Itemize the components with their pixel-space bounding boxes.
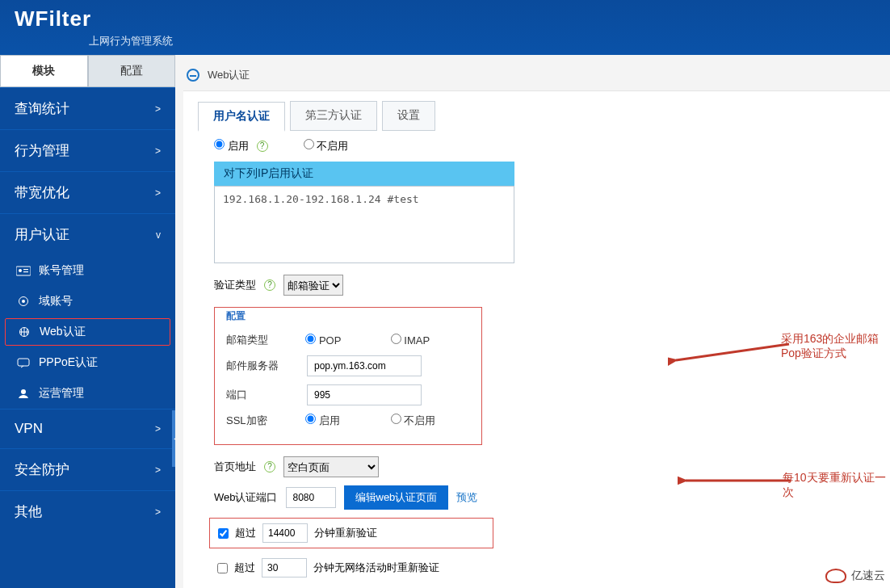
port-input[interactable] (307, 384, 422, 405)
idle-prefix: 超过 (234, 561, 255, 575)
arrow-annotation-2 (678, 471, 799, 490)
svg-rect-7 (18, 359, 29, 366)
arrow-annotation-1 (668, 338, 797, 370)
id-card-icon (16, 265, 31, 276)
auth-type-select[interactable]: 邮箱验证 (283, 275, 343, 296)
sidebar: 模块 配置 查询统计> 行为管理> 带宽优化> 用户认证v 账号管理 域账号 W… (0, 55, 175, 588)
watermark: 亿速云 (825, 569, 885, 583)
svg-rect-2 (23, 269, 28, 270)
radio-ssl-off[interactable]: 不启用 (391, 414, 470, 428)
svg-line-10 (676, 344, 789, 360)
radio-ssl-on[interactable]: 启用 (305, 414, 384, 428)
tab-thirdparty-auth[interactable]: 第三方认证 (290, 101, 377, 131)
tab-settings[interactable]: 设置 (382, 101, 435, 131)
auth-type-label: 验证类型 (214, 278, 256, 292)
ip-range-textarea[interactable] (214, 186, 514, 263)
radio-imap[interactable]: IMAP (391, 334, 470, 346)
globe-icon (187, 69, 199, 82)
homepage-label: 首页地址 (214, 460, 256, 474)
brand-name: WFilter (15, 6, 875, 32)
user-icon (16, 388, 31, 399)
port-label: 端口 (226, 388, 307, 402)
nav-userauth[interactable]: 用户认证v (0, 214, 175, 255)
sidebar-item-account[interactable]: 账号管理 (0, 255, 175, 286)
sidebar-item-label: Web认证 (40, 325, 86, 339)
idle-reauth-row: 超过 分钟无网络活动时重新验证 (217, 553, 875, 578)
sidebar-item-label: 账号管理 (39, 263, 84, 278)
mailtype-label: 邮箱类型 (226, 333, 305, 347)
nav-vpn[interactable]: VPN> (0, 410, 175, 448)
ip-section-header: 对下列IP启用认证 (214, 162, 514, 186)
webport-label: Web认证端口 (214, 490, 278, 505)
idle-reauth-checkbox[interactable] (217, 563, 228, 573)
sidebar-item-label: PPPoE认证 (39, 355, 98, 370)
nav-behavior[interactable]: 行为管理> (0, 130, 175, 171)
watermark-text: 亿速云 (851, 569, 885, 583)
annotation-2: 每10天要重新认证一次 (783, 471, 890, 500)
config-title: 配置 (226, 309, 470, 323)
globe-icon (17, 326, 31, 338)
edit-page-button[interactable]: 编辑web认证页面 (344, 485, 449, 510)
sidebar-item-label: 运营管理 (39, 386, 84, 401)
sidebar-tab-modules[interactable]: 模块 (0, 55, 88, 87)
reauth-box: 超过 分钟重新验证 (209, 518, 493, 548)
watermark-icon (825, 569, 846, 583)
main: Web认证 用户名认证 第三方认证 设置 启用 ? 不启用 对下列IP启用认证 … (175, 55, 890, 588)
tab-username-auth[interactable]: 用户名认证 (198, 102, 285, 132)
svg-rect-3 (23, 271, 28, 272)
chevron-right-icon: > (155, 103, 161, 115)
breadcrumb-text: Web认证 (208, 68, 250, 82)
help-icon[interactable]: ? (264, 279, 275, 291)
reauth-minutes-input[interactable] (262, 523, 308, 543)
sidebar-item-webauth[interactable]: Web认证 (5, 318, 170, 346)
reauth-checkbox[interactable] (218, 528, 229, 539)
annotation-1: 采用163的企业邮箱Pop验证方式 (781, 332, 890, 361)
svg-point-5 (22, 300, 25, 303)
nav-query[interactable]: 查询统计> (0, 88, 175, 129)
radio-disable[interactable]: 不启用 (304, 139, 349, 153)
radio-enable[interactable]: 启用 (214, 139, 249, 153)
sidebar-item-label: 域账号 (39, 294, 73, 309)
target-icon (16, 296, 31, 307)
nav-security[interactable]: 安全防护> (0, 449, 175, 490)
reauth-suffix: 分钟重新验证 (314, 526, 377, 540)
chevron-right-icon: > (155, 506, 161, 518)
sidebar-item-pppoe[interactable]: PPPoE认证 (0, 347, 175, 378)
homepage-select[interactable]: 空白页面 (283, 456, 379, 477)
chevron-down-icon: v (156, 229, 161, 241)
chat-icon (16, 357, 31, 368)
auth-type-row: 验证类型 ? 邮箱验证 (214, 275, 859, 296)
server-label: 邮件服务器 (226, 359, 307, 373)
content-panel: 用户名认证 第三方认证 设置 启用 ? 不启用 对下列IP启用认证 验证类型 ?… (183, 90, 890, 588)
webport-input[interactable] (286, 487, 336, 508)
radio-pop[interactable]: POP (305, 334, 384, 346)
chevron-right-icon: > (155, 464, 161, 476)
sidebar-item-domain[interactable]: 域账号 (0, 286, 175, 317)
help-icon[interactable]: ? (257, 141, 268, 152)
reauth-prefix: 超过 (235, 526, 256, 540)
idle-suffix: 分钟无网络活动时重新验证 (313, 561, 439, 575)
sidebar-tab-config[interactable]: 配置 (88, 55, 176, 87)
brand-subtitle: 上网行为管理系统 (89, 34, 173, 48)
breadcrumb: Web认证 (183, 61, 890, 90)
mail-server-input[interactable] (307, 355, 422, 376)
enable-row: 启用 ? 不启用 (214, 139, 859, 153)
chevron-right-icon: > (155, 145, 161, 157)
sidebar-item-ops[interactable]: 运营管理 (0, 378, 175, 409)
nav-bandwidth[interactable]: 带宽优化> (0, 172, 175, 213)
idle-minutes-input[interactable] (262, 558, 307, 578)
svg-rect-0 (16, 267, 31, 275)
nav-other[interactable]: 其他> (0, 491, 175, 532)
help-icon[interactable]: ? (264, 461, 275, 472)
app-header: WFilter 上网行为管理系统 (0, 0, 890, 55)
chevron-right-icon: > (155, 187, 161, 199)
svg-point-1 (19, 269, 22, 272)
mail-config-box: 配置 邮箱类型 POP IMAP 邮件服务器 端口 SSL加密 启用 不启用 (214, 307, 482, 445)
preview-link[interactable]: 预览 (456, 490, 477, 505)
chevron-right-icon: > (155, 423, 161, 435)
ssl-label: SSL加密 (226, 414, 305, 428)
svg-point-8 (21, 389, 26, 394)
